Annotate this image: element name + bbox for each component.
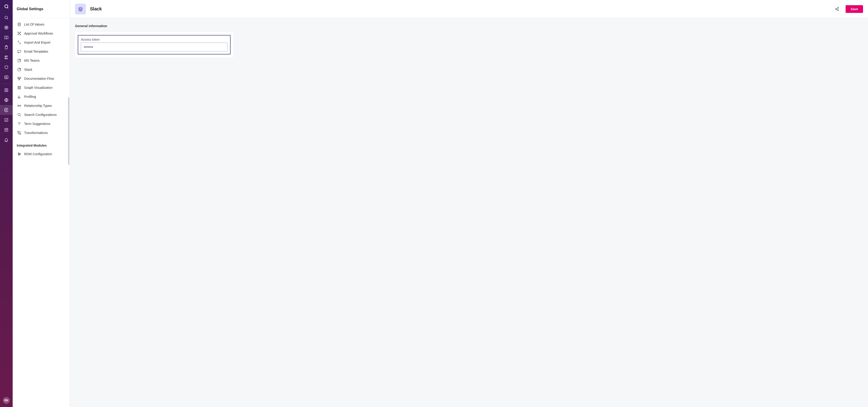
svg-point-20 [838,10,839,11]
sidebar-item-ms-teams[interactable]: MS Teams [13,56,70,65]
sidebar-item-import-and-export[interactable]: Import And Export [13,38,70,47]
sidebar-item-label: Slack [24,68,32,71]
avatar-initials: RK [4,399,8,402]
access-token-input[interactable] [82,43,227,50]
user-avatar[interactable]: RK [3,397,10,404]
hierarchy-icon [4,55,8,60]
rail-shield[interactable] [0,62,13,72]
sidebar-item-transformations[interactable]: Transformations [13,128,70,137]
svg-point-7 [5,56,5,57]
share-button[interactable] [833,4,842,13]
shield-icon [4,65,8,70]
flow-icon [17,76,21,81]
access-token-input-wrap [81,43,227,51]
search-doc-icon [4,75,8,79]
sidebar-item-slack[interactable]: Slack [13,65,70,74]
sidebar-item-email-templates[interactable]: Email Templates [13,47,70,56]
rail-globe[interactable] [0,95,13,105]
rail-divider [2,83,10,84]
sidebar-item-graph-visualization[interactable]: Graph Visualization [13,83,70,92]
sidebar-item-profiling[interactable]: Profiling [13,92,70,101]
svg-point-19 [836,8,837,9]
sidebar-item-approval-workflows[interactable]: Approval Workflows [13,29,70,38]
target-icon [4,25,8,30]
bar-icon [17,95,21,99]
sidebar-item-label: Approval Workflows [24,32,53,35]
form-card: Access token [75,32,233,58]
sidebar-item-label: Transformations [24,131,48,135]
globe-icon [4,98,8,102]
rail-bell[interactable] [0,135,13,145]
logo-icon [4,4,9,9]
main-header: Slack Save [70,0,868,18]
save-button[interactable]: Save [846,5,863,13]
grid-icon [17,86,21,90]
sidebar-item-search-configurations[interactable]: Search Configurations [13,110,70,119]
sidebar-item-label: Documentation Flow [24,77,54,80]
svg-rect-10 [6,58,7,59]
svg-point-12 [6,77,7,78]
sidebar-item-label: Import And Export [24,41,51,44]
slack-icon [17,68,21,72]
sidebar-item-label: Search Configurations [24,113,57,116]
svg-point-1 [5,16,7,19]
rail-check[interactable] [0,115,13,125]
layers-icon [78,6,83,11]
gear-icon [4,108,8,112]
message-icon [17,49,21,54]
svg-point-9 [5,58,5,59]
sidebar-item-label: Email Templates [24,50,48,53]
rail-book[interactable] [0,33,13,42]
svg-rect-11 [5,76,8,78]
transform-icon [17,131,21,135]
book-icon [4,35,8,40]
search-icon [17,113,21,117]
rail-hierarchy[interactable] [0,53,13,62]
sidebar-item-label: MS Teams [24,59,39,62]
icon-rail: RK [0,0,13,407]
app-logo[interactable] [0,0,13,13]
sidebar-title: Global Settings [17,7,43,11]
activity-icon [4,128,8,132]
rail-search[interactable] [0,13,13,23]
rail-search-doc[interactable] [0,72,13,82]
sidebar-item-term-suggestions[interactable]: Term Suggestions [13,119,70,128]
sidebar-item-rdm-configuration[interactable]: RDM Configuration [13,149,70,159]
sidebar-scroll[interactable]: List Of ValuesApproval WorkflowsImport A… [13,18,70,407]
rail-target[interactable] [0,23,13,33]
import-export-icon [17,40,21,44]
check-square-icon [4,118,8,122]
sidebar-item-label: List Of Values [24,23,44,26]
workflow-icon [17,31,21,35]
svg-rect-8 [6,56,7,57]
sidebar-item-relationship-types[interactable]: Relationship Types [13,101,70,110]
svg-point-4 [6,27,7,28]
svg-point-3 [5,27,7,29]
rail-activity[interactable] [0,125,13,135]
svg-point-15 [6,109,7,111]
page-title: Slack [90,6,102,11]
teams-icon [17,59,21,63]
sidebar-item-documentation-flow[interactable]: Documentation Flow [13,74,70,83]
sidebar-section-header: Integrated Modules [13,137,70,149]
section-title: General information [75,24,863,28]
sidebar-item-label: Profiling [24,95,36,99]
database-icon [17,22,21,26]
rail-list[interactable] [0,85,13,95]
sliders-icon [17,152,21,156]
clipboard-icon [4,45,8,50]
sidebar-item-label: Relationship Types [24,104,52,107]
content-area: General information Access token [70,18,868,64]
scrollbar-thumb[interactable] [68,97,69,165]
rail-clipboard[interactable] [0,42,13,53]
sidebar-item-list-of-values[interactable]: List Of Values [13,20,70,29]
sidebar-header: Global Settings [13,0,70,18]
access-token-field: Access token [78,35,230,55]
sidebar-item-label: Graph Visualization [24,86,53,90]
filter-icon [17,122,21,126]
access-token-label: Access token [81,38,227,41]
main-area: Slack Save General information Access to… [70,0,868,407]
rail-settings[interactable] [0,105,13,115]
bell-icon [4,138,8,142]
list-icon [4,88,8,92]
